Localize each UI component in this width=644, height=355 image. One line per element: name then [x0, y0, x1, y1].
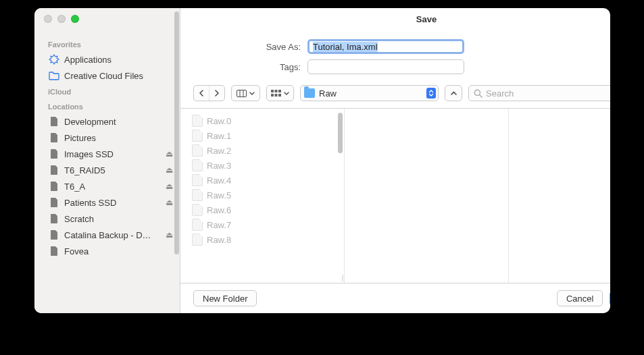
nav-forward-button[interactable] [209, 86, 224, 101]
sidebar: FavoritesApplicationsCreative Cloud File… [34, 8, 180, 313]
sidebar-item-label: Patients SSD [64, 198, 166, 208]
window-controls [44, 15, 79, 23]
file-icon [192, 115, 203, 127]
disk-icon [48, 213, 60, 225]
zoom-window-button[interactable] [71, 15, 79, 23]
file-label: Raw.0 [207, 116, 231, 126]
sidebar-item-label: Fovea [64, 246, 173, 256]
nav-back-button[interactable] [194, 86, 209, 101]
tags-label: Tags: [180, 62, 307, 72]
sidebar-item[interactable]: T6_RAID5⏏ [34, 162, 180, 178]
save-form: Save As: Tags: [180, 30, 610, 82]
eject-icon[interactable]: ⏏ [166, 198, 173, 207]
file-item[interactable]: Raw.7 [180, 217, 344, 232]
browser-column-3[interactable] [509, 109, 610, 283]
folder-icon [48, 70, 60, 82]
sidebar-item[interactable]: Patients SSD⏏ [34, 194, 180, 211]
sidebar-item[interactable]: Catalina Backup - D…⏏ [34, 227, 180, 243]
file-item[interactable]: Raw.0 [180, 113, 344, 128]
file-label: Raw.7 [207, 220, 231, 230]
file-item[interactable]: Raw.5 [180, 188, 344, 202]
sidebar-item-label: T6_RAID5 [64, 165, 166, 175]
file-label: Raw.1 [207, 131, 231, 141]
sidebar-item-label: Development [64, 117, 173, 127]
file-item[interactable]: Raw.6 [180, 202, 344, 217]
sidebar-item[interactable]: Creative Cloud Files [34, 67, 180, 84]
sidebar-item[interactable]: Development [34, 113, 180, 130]
sidebar-item-label: Applications [64, 55, 173, 65]
file-label: Raw.6 [207, 205, 231, 215]
file-icon [192, 189, 203, 201]
sidebar-item[interactable]: Fovea [34, 243, 180, 259]
saveas-label: Save As: [180, 42, 307, 52]
search-field[interactable]: Search [468, 85, 610, 101]
svg-rect-0 [237, 90, 247, 97]
save-button[interactable]: Save [610, 291, 610, 306]
svg-rect-8 [278, 94, 281, 97]
disk-icon [48, 180, 60, 192]
sidebar-scrollbar[interactable] [174, 11, 179, 254]
saveas-input[interactable] [307, 39, 464, 54]
stepper-icon [426, 88, 436, 99]
file-item[interactable]: Raw.4 [180, 173, 344, 188]
footer: New Folder Cancel Save [180, 283, 610, 313]
disk-icon [48, 245, 60, 257]
file-item[interactable]: Raw.8 [180, 232, 344, 247]
save-dialog-window: FavoritesApplicationsCreative Cloud File… [34, 8, 610, 313]
sidebar-item[interactable]: Pictures [34, 130, 180, 146]
search-placeholder: Search [486, 88, 514, 99]
main-panel: Save Save As: Tags: [180, 8, 610, 313]
svg-rect-7 [275, 94, 278, 97]
file-icon [192, 234, 203, 246]
folder-icon [304, 88, 315, 98]
file-icon [192, 130, 203, 142]
sidebar-item[interactable]: Images SSD⏏ [34, 146, 180, 162]
eject-icon[interactable]: ⏏ [166, 149, 173, 159]
chevron-down-icon [284, 92, 289, 95]
sidebar-item[interactable]: Applications [34, 51, 180, 67]
columns-icon [237, 90, 247, 97]
nav-back-forward [193, 85, 225, 101]
svg-rect-5 [278, 90, 281, 92]
sidebar-item-label: Images SSD [64, 149, 166, 159]
eject-icon[interactable]: ⏏ [166, 182, 173, 191]
file-item[interactable]: Raw.2 [180, 143, 344, 158]
new-folder-button[interactable]: New Folder [193, 290, 257, 306]
file-icon [192, 174, 203, 186]
chevron-up-icon [451, 91, 457, 95]
sidebar-heading: Locations [34, 99, 180, 113]
view-columns-button[interactable] [231, 85, 260, 101]
sidebar-heading: Favorites [34, 36, 180, 51]
minimize-window-button[interactable] [57, 15, 66, 23]
file-icon [192, 219, 203, 231]
eject-icon[interactable]: ⏏ [166, 230, 173, 240]
toolbar: Raw Search [180, 82, 610, 109]
cancel-button[interactable]: Cancel [557, 290, 603, 306]
tags-input[interactable] [307, 59, 464, 74]
disk-icon [48, 132, 60, 144]
browser-column-1[interactable]: Raw.0Raw.1Raw.2Raw.3Raw.4Raw.5Raw.6Raw.7… [180, 109, 345, 283]
disk-icon [48, 229, 60, 241]
svg-rect-6 [271, 94, 274, 97]
file-label: Raw.4 [207, 175, 231, 186]
file-label: Raw.5 [207, 190, 231, 200]
group-by-button[interactable] [266, 85, 294, 101]
column-scrollbar[interactable] [338, 113, 343, 153]
disk-icon [48, 148, 60, 160]
sidebar-item[interactable]: T6_A⏏ [34, 178, 180, 194]
eject-icon[interactable]: ⏏ [166, 165, 173, 175]
sidebar-item-label: Pictures [64, 133, 173, 143]
sidebar-item-label: Creative Cloud Files [64, 71, 173, 81]
file-label: Raw.3 [207, 161, 231, 171]
close-window-button[interactable] [44, 15, 52, 23]
browser-column-2[interactable] [345, 109, 509, 283]
location-popup[interactable]: Raw [300, 85, 439, 101]
disk-icon [48, 164, 60, 176]
sidebar-item[interactable]: Scratch [34, 211, 180, 227]
file-browser: Raw.0Raw.1Raw.2Raw.3Raw.4Raw.5Raw.6Raw.7… [180, 109, 610, 283]
file-item[interactable]: Raw.3 [180, 158, 344, 173]
collapse-button[interactable] [445, 85, 462, 101]
file-icon [192, 159, 203, 171]
svg-rect-3 [271, 90, 274, 92]
file-item[interactable]: Raw.1 [180, 128, 344, 143]
